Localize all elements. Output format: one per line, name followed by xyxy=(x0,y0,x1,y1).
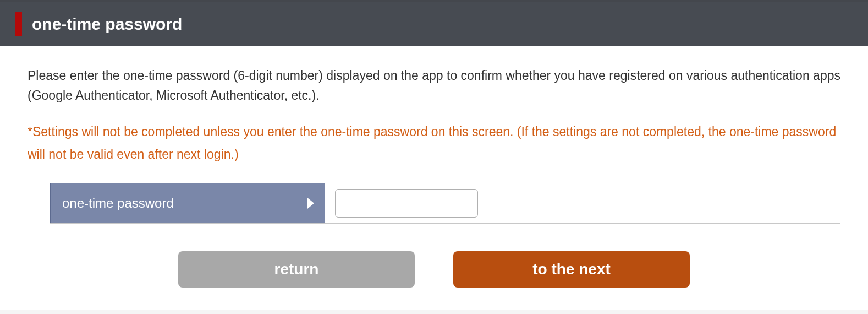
instruction-text: Please enter the one-time password (6-di… xyxy=(28,66,840,105)
otp-input-cell xyxy=(325,183,840,223)
page-container: one-time password Please enter the one-t… xyxy=(0,0,868,310)
button-row: return to the next xyxy=(28,251,840,288)
page-title: one-time password xyxy=(32,15,182,34)
next-button[interactable]: to the next xyxy=(453,251,690,288)
otp-label-cell: one-time password xyxy=(50,183,325,223)
otp-label: one-time password xyxy=(62,196,174,211)
otp-form-row: one-time password xyxy=(50,183,840,224)
warning-text: *Settings will not be completed unless y… xyxy=(28,121,840,165)
content-area: Please enter the one-time password (6-di… xyxy=(0,46,868,310)
page-header: one-time password xyxy=(0,0,868,46)
return-button[interactable]: return xyxy=(178,251,415,288)
header-accent-bar xyxy=(15,12,22,36)
otp-input[interactable] xyxy=(335,189,478,218)
chevron-right-icon xyxy=(307,198,314,209)
